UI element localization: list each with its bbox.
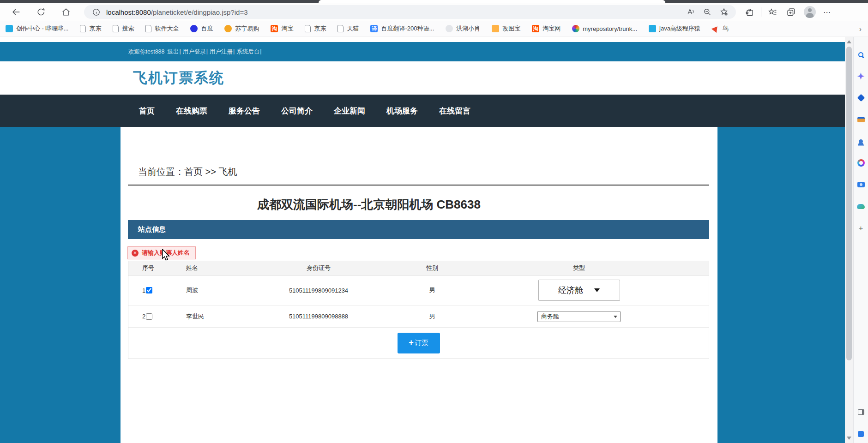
browser-toolbar: localhost:8080/planeticket/e/dingpiao.js… [0, 3, 868, 21]
content-panel: 当前位置：首页 >> 飞机 成都双流国际机场--北京朝阳机场 CB8638 站点… [121, 127, 717, 443]
passenger-checkbox[interactable] [146, 313, 152, 320]
bookmark-item[interactable]: 苏宁易购 [224, 24, 259, 33]
games-icon[interactable] [856, 137, 866, 146]
palette-icon [446, 25, 453, 32]
col-header-id: 身份证号 [245, 264, 392, 272]
bookmark-item[interactable]: 洪湖小肖 [446, 24, 480, 33]
bookmark-label: 洪湖小肖 [456, 24, 480, 33]
bookmark-item[interactable]: 鸟 [712, 24, 729, 33]
scroll-down-arrow[interactable] [847, 437, 851, 440]
baidu-icon [190, 25, 198, 32]
shopping-tag-icon[interactable] [856, 93, 866, 102]
nav-airport-service[interactable]: 机场服务 [386, 106, 418, 116]
bookmark-label: 搜索 [122, 24, 134, 33]
book-ticket-button[interactable]: + 订票 [398, 333, 440, 353]
apps-icon[interactable] [856, 429, 866, 438]
toolbox-icon[interactable] [856, 115, 866, 124]
open-panel-icon[interactable] [856, 407, 866, 417]
settings-menu-icon[interactable]: ⋯ [823, 8, 831, 17]
chevron-down-icon [594, 288, 600, 292]
logout-link[interactable]: 退出 [168, 48, 179, 56]
register-link[interactable]: 用户注册 [210, 48, 233, 56]
baidu-translate-icon: 译 [370, 25, 378, 32]
page-icon [145, 25, 151, 32]
site-info-icon[interactable] [90, 6, 102, 18]
passenger-gender: 男 [392, 312, 472, 321]
bookmark-item[interactable]: 淘 淘宝网 [532, 24, 561, 33]
back-icon[interactable] [10, 6, 23, 18]
bookmark-label: 创作中心 - 哔哩哔... [16, 24, 68, 33]
microsoft-365-icon[interactable] [856, 158, 866, 168]
col-header-gender: 性别 [392, 264, 472, 272]
toolbar-right: ⋯ [741, 6, 835, 18]
main-nav: 首页 在线购票 服务公告 公司简介 企业新闻 机场服务 在线留言 [0, 95, 845, 127]
site-header: 飞机订票系统 [0, 61, 845, 95]
bilibili-icon [6, 25, 13, 32]
screenshot-icon[interactable] [856, 180, 866, 189]
edge-sidebar [853, 37, 868, 443]
col-header-name: 姓名 [181, 264, 245, 272]
cabin-select-open-style[interactable]: 经济舱 [538, 280, 620, 301]
cabin-select[interactable]: 商务舱 [537, 311, 621, 322]
chevron-down-icon [614, 316, 617, 318]
address-bar[interactable]: localhost:8080/planeticket/e/dingpiao.js… [84, 5, 736, 19]
scrollbar-thumb[interactable] [846, 47, 852, 360]
toolbar-divider [761, 7, 761, 17]
bookmark-item[interactable]: java高级程序猿 [649, 24, 700, 33]
bookmark-label: 天猫 [347, 24, 359, 33]
page-icon [338, 25, 344, 32]
bookmark-item[interactable]: 淘 淘宝 [271, 24, 293, 33]
bookmark-label: 鸟 [723, 24, 729, 33]
refresh-icon[interactable] [35, 6, 48, 18]
taobao-icon: 淘 [532, 25, 539, 32]
url-text[interactable]: localhost:8080/planeticket/e/dingpiao.js… [106, 8, 248, 16]
page-icon [113, 25, 119, 32]
nav-message-board[interactable]: 在线留言 [439, 106, 470, 116]
bookmark-item[interactable]: 创作中心 - 哔哩哔... [6, 24, 68, 33]
admin-link[interactable]: 系统后台 [236, 48, 259, 56]
table-row: 2 李世民 510511199809098888 男 商务舱 [128, 305, 709, 328]
col-header-no: 序号 [128, 264, 181, 272]
cloud-icon[interactable] [856, 202, 866, 211]
bookmark-label: 淘宝 [281, 24, 293, 33]
bookmark-item[interactable]: 京东 [305, 24, 326, 33]
bookmark-label: 百度翻译-200种语... [381, 24, 434, 33]
bing-search-icon[interactable] [856, 50, 866, 59]
nav-company-profile[interactable]: 公司简介 [281, 106, 313, 116]
home-icon[interactable] [60, 6, 72, 18]
nav-buy-ticket[interactable]: 在线购票 [176, 106, 207, 116]
collections-icon[interactable] [784, 6, 797, 18]
passenger-name: 李世民 [181, 312, 245, 321]
bookmark-label: java高级程序猿 [659, 24, 700, 33]
bookmarks-overflow-chevron[interactable]: › [859, 25, 862, 33]
bookmark-item[interactable]: 天猫 [338, 24, 359, 33]
bookmark-item[interactable]: myrepository/trunk... [572, 25, 637, 32]
bookmark-item[interactable]: 搜索 [113, 24, 134, 33]
copilot-icon[interactable] [856, 72, 866, 81]
flight-heading: 成都双流国际机场--北京朝阳机场 CB8638 [128, 197, 709, 213]
nav-service-notice[interactable]: 服务公告 [229, 106, 260, 116]
section-title: 站点信息 [138, 225, 166, 234]
plus-icon: + [409, 338, 414, 347]
page-scrollbar[interactable] [845, 37, 853, 443]
page-top-gap [0, 37, 845, 42]
add-favorite-icon[interactable] [718, 6, 729, 18]
passenger-checkbox[interactable] [146, 287, 152, 293]
favorites-icon[interactable] [766, 6, 779, 18]
bookmark-item[interactable]: 改图宝 [492, 24, 520, 33]
zoom-out-icon[interactable] [702, 6, 713, 18]
bookmark-item[interactable]: 京东 [80, 24, 101, 33]
extensions-icon[interactable] [743, 6, 756, 18]
profile-avatar[interactable] [804, 6, 816, 18]
bookmark-item[interactable]: 百度 [190, 24, 213, 33]
bookmark-item[interactable]: 译 百度翻译-200种语... [370, 24, 434, 33]
read-aloud-icon[interactable] [685, 6, 696, 18]
login-link[interactable]: 用户登录 [183, 48, 206, 56]
nav-company-news[interactable]: 企业新闻 [334, 106, 365, 116]
add-to-sidebar-icon[interactable] [856, 223, 866, 233]
bookmark-item[interactable]: 软件大全 [145, 24, 179, 33]
nav-home[interactable]: 首页 [139, 106, 155, 116]
breadcrumb[interactable]: 当前位置：首页 >> 飞机 [138, 127, 717, 178]
site-title: 飞机订票系统 [133, 68, 224, 88]
scroll-up-arrow[interactable] [847, 40, 851, 43]
